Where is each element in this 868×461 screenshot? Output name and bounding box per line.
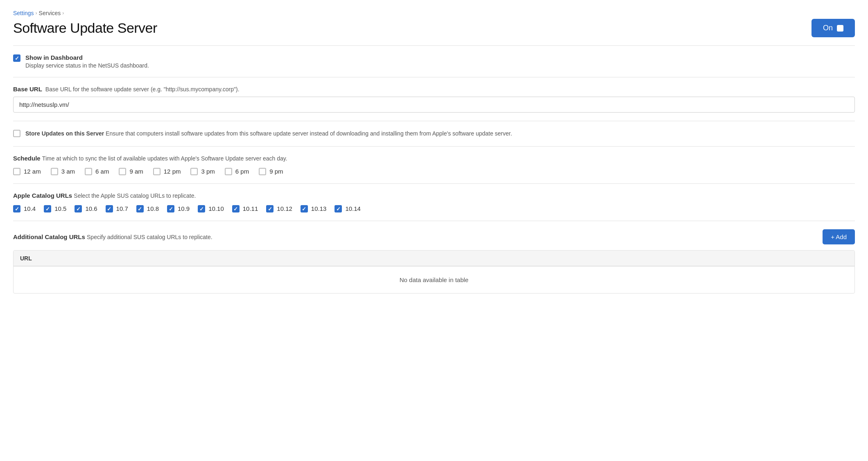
catalog-version-label-10.11: 10.11 xyxy=(243,205,258,212)
catalog-checkbox-10.5[interactable]: ✓ xyxy=(44,205,51,212)
catalog-checkbox-10.11[interactable]: ✓ xyxy=(232,205,240,212)
store-updates-text: Store Updates on this Server Ensure that… xyxy=(25,129,855,138)
catalog-checkbox-10.12[interactable]: ✓ xyxy=(266,205,274,212)
schedule-time-3am: ✓3 am xyxy=(51,167,75,175)
schedule-checkbox-12pm[interactable]: ✓ xyxy=(153,168,160,175)
base-url-label: Base URL xyxy=(13,86,42,93)
schedule-time-label-9am: 9 am xyxy=(129,168,143,175)
catalog-checkbox-10.8[interactable]: ✓ xyxy=(136,205,144,212)
schedule-checkbox-9pm[interactable]: ✓ xyxy=(259,168,266,175)
check-icon: ✓ xyxy=(233,206,238,212)
check-icon: ✓ xyxy=(107,206,111,212)
catalog-version-label-10.9: 10.9 xyxy=(178,205,190,212)
schedule-header: Schedule Time at which to sync the list … xyxy=(13,155,855,162)
show-in-dashboard-section: ✓ Show in Dashboard Display service stat… xyxy=(13,46,855,77)
schedule-time-label-6pm: 6 pm xyxy=(235,168,249,175)
schedule-checkbox-3pm[interactable]: ✓ xyxy=(190,168,198,175)
schedule-time-label-3pm: 3 pm xyxy=(201,168,215,175)
breadcrumb-sep-2: › xyxy=(62,10,64,16)
catalog-checkbox-10.13[interactable]: ✓ xyxy=(301,205,308,212)
catalog-checkbox-10.7[interactable]: ✓ xyxy=(106,205,113,212)
catalog-version-10.14: ✓10.14 xyxy=(335,205,361,212)
check-icon: ✓ xyxy=(76,206,81,212)
show-in-dashboard-desc: Display service status in the NetSUS das… xyxy=(25,62,149,69)
catalog-version-10.8: ✓10.8 xyxy=(136,205,159,212)
schedule-checkbox-12am[interactable]: ✓ xyxy=(13,168,20,175)
schedule-checkbox-6am[interactable]: ✓ xyxy=(85,168,92,175)
check-icon: ✓ xyxy=(336,206,341,212)
breadcrumb-settings-link[interactable]: Settings xyxy=(13,10,34,16)
table-header-row: URL xyxy=(14,251,854,267)
catalog-version-10.11: ✓10.11 xyxy=(232,205,258,212)
schedule-times: ✓12 am✓3 am✓6 am✓9 am✓12 pm✓3 pm✓6 pm✓9 … xyxy=(13,167,855,175)
show-in-dashboard-label: Show in Dashboard xyxy=(25,54,149,61)
schedule-time-6pm: ✓6 pm xyxy=(225,167,249,175)
table-empty-message: No data available in table xyxy=(14,267,854,293)
schedule-checkbox-6pm[interactable]: ✓ xyxy=(225,168,232,175)
store-updates-checkbox[interactable]: ✓ xyxy=(13,130,20,137)
schedule-time-3pm: ✓3 pm xyxy=(190,167,215,175)
store-updates-label: Store Updates on this Server xyxy=(25,130,104,137)
catalog-version-10.13: ✓10.13 xyxy=(301,205,327,212)
catalog-version-label-10.8: 10.8 xyxy=(147,205,159,212)
check-icon: ✓ xyxy=(199,206,204,212)
catalog-checkbox-10.10[interactable]: ✓ xyxy=(198,205,205,212)
schedule-time-9am: ✓9 am xyxy=(119,167,143,175)
additional-catalog-title-group: Additional Catalog URLs Specify addition… xyxy=(13,233,212,240)
catalog-version-10.9: ✓10.9 xyxy=(167,205,190,212)
schedule-time-9pm: ✓9 pm xyxy=(259,167,283,175)
catalog-version-10.5: ✓10.5 xyxy=(44,205,66,212)
base-url-input[interactable] xyxy=(13,97,855,113)
store-updates-desc: Ensure that computers install software u… xyxy=(106,130,512,137)
base-url-label-row: Base URL Base URL for the software updat… xyxy=(13,86,855,93)
schedule-checkbox-9am[interactable]: ✓ xyxy=(119,168,126,175)
catalog-version-10.7: ✓10.7 xyxy=(106,205,128,212)
catalog-checkbox-10.9[interactable]: ✓ xyxy=(167,205,174,212)
additional-catalog-label: Additional Catalog URLs xyxy=(13,233,85,240)
catalog-checkbox-10.6[interactable]: ✓ xyxy=(75,205,82,212)
on-off-toggle-button[interactable]: On xyxy=(811,19,855,37)
catalog-checkbox-10.4[interactable]: ✓ xyxy=(13,205,20,212)
schedule-time-12pm: ✓12 pm xyxy=(153,167,181,175)
catalog-version-label-10.10: 10.10 xyxy=(208,205,224,212)
catalog-version-label-10.13: 10.13 xyxy=(311,205,327,212)
catalog-version-label-10.6: 10.6 xyxy=(85,205,97,212)
additional-catalog-table: URL No data available in table xyxy=(13,250,855,294)
catalog-header: Apple Catalog URLs Select the Apple SUS … xyxy=(13,192,855,199)
apple-catalog-section: Apple Catalog URLs Select the Apple SUS … xyxy=(13,184,855,221)
catalog-versions: ✓10.4✓10.5✓10.6✓10.7✓10.8✓10.9✓10.10✓10.… xyxy=(13,205,855,212)
page-title: Software Update Server xyxy=(13,20,157,36)
catalog-version-label-10.14: 10.14 xyxy=(345,205,361,212)
additional-catalog-section: Additional Catalog URLs Specify addition… xyxy=(13,221,855,302)
schedule-time-6am: ✓6 am xyxy=(85,167,109,175)
toggle-label: On xyxy=(823,24,833,32)
show-in-dashboard-checkbox[interactable]: ✓ xyxy=(13,54,20,62)
check-icon: ✓ xyxy=(45,206,50,212)
check-icon: ✓ xyxy=(15,56,19,61)
catalog-version-label-10.7: 10.7 xyxy=(116,205,128,212)
page-container: Settings › Services › Software Update Se… xyxy=(0,0,868,461)
catalog-version-10.12: ✓10.12 xyxy=(266,205,292,212)
schedule-desc: Time at which to sync the list of availa… xyxy=(42,155,287,162)
catalog-version-label-10.5: 10.5 xyxy=(54,205,66,212)
check-icon: ✓ xyxy=(138,206,142,212)
check-icon: ✓ xyxy=(302,206,306,212)
catalog-label: Apple Catalog URLs xyxy=(13,192,72,199)
breadcrumb-services: Services xyxy=(39,10,61,16)
additional-catalog-desc: Specify additional SUS catalog URLs to r… xyxy=(87,234,212,240)
schedule-label: Schedule xyxy=(13,155,41,162)
schedule-section: Schedule Time at which to sync the list … xyxy=(13,147,855,184)
schedule-time-label-12am: 12 am xyxy=(24,168,41,175)
schedule-checkbox-3am[interactable]: ✓ xyxy=(51,168,58,175)
toggle-knob-icon xyxy=(837,25,843,32)
schedule-time-label-12pm: 12 pm xyxy=(164,168,181,175)
header-row: Software Update Server On xyxy=(13,19,855,37)
store-updates-section: ✓ Store Updates on this Server Ensure th… xyxy=(13,121,855,147)
schedule-time-label-6am: 6 am xyxy=(95,168,109,175)
schedule-time-label-9pm: 9 pm xyxy=(269,168,283,175)
add-catalog-url-button[interactable]: + Add xyxy=(823,229,855,244)
base-url-section: Base URL Base URL for the software updat… xyxy=(13,77,855,121)
catalog-checkbox-10.14[interactable]: ✓ xyxy=(335,205,342,212)
base-url-desc: Base URL for the software update server … xyxy=(45,86,240,93)
additional-catalog-header: Additional Catalog URLs Specify addition… xyxy=(13,229,855,244)
